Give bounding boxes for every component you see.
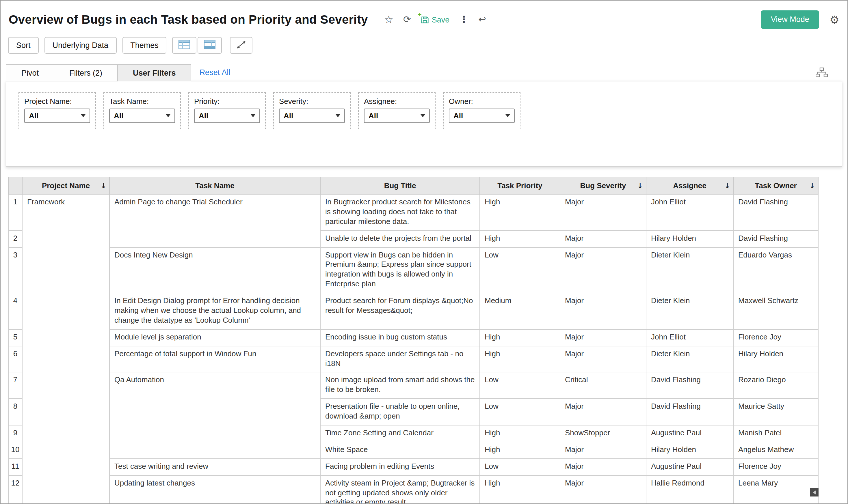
bug-title-cell[interactable]: Unable to delete the projects from the p…: [320, 230, 480, 247]
sort-desc-icon[interactable]: ↓: [724, 182, 730, 190]
task-priority-cell[interactable]: Low: [480, 399, 560, 426]
task-name-cell[interactable]: In Edit Design Dialog prompt for Error h…: [109, 293, 320, 329]
task-owner-cell[interactable]: Hilary Holden: [733, 346, 818, 372]
severity-filter-select[interactable]: All: [279, 109, 345, 123]
task-priority-cell[interactable]: Low: [480, 459, 560, 475]
bug-severity-cell[interactable]: Major: [560, 399, 646, 426]
task-owner-cell[interactable]: Manish Patel: [733, 425, 818, 442]
column-header-assignee[interactable]: Assignee↓: [646, 177, 733, 194]
refresh-icon[interactable]: ⟳: [403, 15, 411, 24]
bug-title-cell[interactable]: Product search for Forum displays &quot;…: [320, 293, 480, 329]
sort-desc-icon[interactable]: ↓: [101, 182, 106, 190]
column-header-row-number[interactable]: [8, 177, 22, 194]
task-name-cell[interactable]: Docs Integ New Design: [109, 247, 320, 293]
assignee-cell[interactable]: David Flashing: [646, 372, 733, 399]
task-priority-cell[interactable]: High: [480, 329, 560, 346]
column-header-task-priority[interactable]: Task Priority: [480, 177, 560, 194]
assignee-cell[interactable]: David Flashing: [646, 399, 733, 426]
assignee-cell[interactable]: Augustine Paul: [646, 425, 733, 442]
assignee-cell[interactable]: Hilary Holden: [646, 442, 733, 459]
task-name-cell[interactable]: Test case writing and review: [109, 459, 320, 475]
project-name-cell[interactable]: Framework: [22, 194, 109, 504]
column-header-bug-title[interactable]: Bug Title: [320, 177, 480, 194]
task-name-filter-select[interactable]: All: [109, 109, 175, 123]
task-name-cell[interactable]: Updating latest changes: [109, 475, 320, 504]
assignee-cell[interactable]: John Elliot: [646, 329, 733, 346]
assignee-cell[interactable]: Augustine Paul: [646, 459, 733, 475]
task-priority-cell[interactable]: High: [480, 346, 560, 372]
bug-title-cell[interactable]: Non image upload from smart add shows th…: [320, 372, 480, 399]
owner-filter-select[interactable]: All: [449, 109, 515, 123]
sort-desc-icon[interactable]: ↓: [637, 182, 643, 190]
column-header-task-owner[interactable]: Task Owner↓: [733, 177, 818, 194]
task-priority-cell[interactable]: Low: [480, 247, 560, 293]
task-name-cell[interactable]: Percentage of total support in Window Fu…: [109, 346, 320, 372]
bug-severity-cell[interactable]: Major: [560, 475, 646, 504]
tab-filters[interactable]: Filters (2): [54, 64, 118, 82]
task-owner-cell[interactable]: Leena Mary: [733, 475, 818, 504]
bug-severity-cell[interactable]: Major: [560, 329, 646, 346]
bug-severity-cell[interactable]: Major: [560, 247, 646, 293]
bug-title-cell[interactable]: Support view in Bugs can be hidden in Pr…: [320, 247, 480, 293]
bug-title-cell[interactable]: Time Zone Setting and Calendar: [320, 425, 480, 442]
favorite-star-icon[interactable]: ☆: [384, 14, 393, 25]
task-priority-cell[interactable]: High: [480, 194, 560, 230]
assignee-cell[interactable]: Hallie Redmond: [646, 475, 733, 504]
tab-pivot[interactable]: Pivot: [6, 64, 54, 82]
assignee-cell[interactable]: Dieter Klein: [646, 293, 733, 329]
assignee-cell[interactable]: Dieter Klein: [646, 247, 733, 293]
bug-severity-cell[interactable]: Major: [560, 293, 646, 329]
column-header-task-name[interactable]: Task Name: [109, 177, 320, 194]
summary-view-button[interactable]: [198, 37, 222, 54]
bug-severity-cell[interactable]: Major: [560, 230, 646, 247]
task-priority-cell[interactable]: High: [480, 475, 560, 504]
save-button[interactable]: + Save: [421, 15, 450, 24]
project-name-filter-select[interactable]: All: [24, 109, 90, 123]
more-options-icon[interactable]: ⋮: [459, 15, 469, 24]
task-priority-cell[interactable]: High: [480, 230, 560, 247]
task-owner-cell[interactable]: Eduardo Vargas: [733, 247, 818, 293]
task-priority-cell[interactable]: Low: [480, 372, 560, 399]
column-header-bug-severity[interactable]: Bug Severity↓: [560, 177, 646, 194]
task-owner-cell[interactable]: Maurice Satty: [733, 399, 818, 426]
bug-severity-cell[interactable]: Major: [560, 442, 646, 459]
task-owner-cell[interactable]: Angelus Mathew: [733, 442, 818, 459]
assignee-cell[interactable]: Dieter Klein: [646, 346, 733, 372]
underlying-data-button[interactable]: Underlying Data: [45, 37, 117, 54]
bug-title-cell[interactable]: Facing problem in editing Events: [320, 459, 480, 475]
task-name-cell[interactable]: Qa Automation: [109, 372, 320, 459]
bug-title-cell[interactable]: White Space: [320, 442, 480, 459]
reset-all-link[interactable]: Reset All: [199, 68, 230, 77]
task-owner-cell[interactable]: Florence Joy: [733, 329, 818, 346]
table-view-button[interactable]: [173, 37, 197, 54]
bug-title-cell[interactable]: Presentation file - unable to open onlin…: [320, 399, 480, 426]
bug-title-cell[interactable]: Activity steam in Project &amp; Bugtrack…: [320, 475, 480, 504]
scroll-left-arrow-button[interactable]: [810, 488, 818, 497]
task-owner-cell[interactable]: Rozario Diego: [733, 372, 818, 399]
task-owner-cell[interactable]: Florence Joy: [733, 459, 818, 475]
view-mode-button[interactable]: View Mode: [761, 11, 819, 29]
themes-button[interactable]: Themes: [122, 37, 167, 54]
task-priority-cell[interactable]: High: [480, 425, 560, 442]
sort-desc-icon[interactable]: ↓: [809, 182, 815, 190]
task-priority-cell[interactable]: High: [480, 442, 560, 459]
undo-icon[interactable]: ↩: [478, 15, 486, 24]
priority-filter-select[interactable]: All: [194, 109, 260, 123]
bug-severity-cell[interactable]: Major: [560, 194, 646, 230]
task-owner-cell[interactable]: Maxwell Schwartz: [733, 293, 818, 329]
task-owner-cell[interactable]: David Flashing: [733, 230, 818, 247]
task-owner-cell[interactable]: David Flashing: [733, 194, 818, 230]
bug-severity-cell[interactable]: ShowStopper: [560, 425, 646, 442]
bug-severity-cell[interactable]: Major: [560, 346, 646, 372]
task-priority-cell[interactable]: Medium: [480, 293, 560, 329]
task-name-cell[interactable]: Admin Page to change Trial Scheduler: [109, 194, 320, 247]
sort-button[interactable]: Sort: [8, 37, 39, 54]
assignee-cell[interactable]: Hilary Holden: [646, 230, 733, 247]
bug-title-cell[interactable]: In Bugtracker product search for Milesto…: [320, 194, 480, 230]
bug-severity-cell[interactable]: Major: [560, 459, 646, 475]
assignee-cell[interactable]: John Elliot: [646, 194, 733, 230]
hierarchy-icon[interactable]: [816, 68, 828, 77]
task-name-cell[interactable]: Module level js separation: [109, 329, 320, 346]
bug-title-cell[interactable]: Encoding issue in bug custom status: [320, 329, 480, 346]
bug-title-cell[interactable]: Developers space under Settings tab - no…: [320, 346, 480, 372]
